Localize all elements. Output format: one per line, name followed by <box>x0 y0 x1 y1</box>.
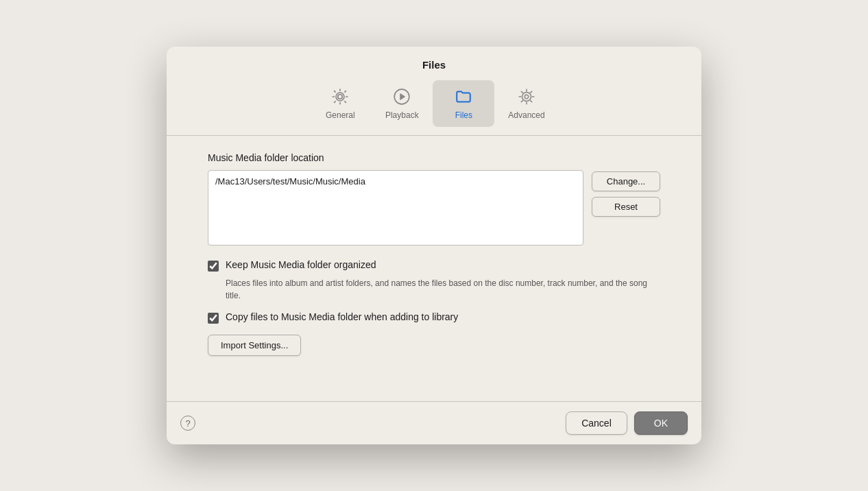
organize-checkbox[interactable] <box>208 261 219 272</box>
svg-point-0 <box>338 95 343 99</box>
toolbar: General Playback Files <box>167 71 701 127</box>
folder-path-display: /Mac13/Users/test/Music/Music/Media <box>208 170 583 246</box>
dialog-title: Files <box>167 47 701 71</box>
svg-point-1 <box>336 93 344 101</box>
copy-checkbox-row: Copy files to Music Media folder when ad… <box>208 311 660 324</box>
tab-playback[interactable]: Playback <box>371 80 433 127</box>
tab-playback-label: Playback <box>385 110 419 120</box>
organize-checkbox-row: Keep Music Media folder organized <box>208 259 660 272</box>
help-button[interactable]: ? <box>180 416 195 431</box>
tab-advanced-label: Advanced <box>508 110 544 120</box>
tab-general-label: General <box>326 110 355 120</box>
copy-checkbox-label: Copy files to Music Media folder when ad… <box>226 311 458 322</box>
tab-files[interactable]: Files <box>433 80 494 127</box>
tab-advanced[interactable]: Advanced <box>494 80 558 127</box>
organize-checkbox-label: Keep Music Media folder organized <box>226 259 376 270</box>
gear-icon <box>330 87 350 106</box>
import-settings-button[interactable]: Import Settings... <box>208 335 301 356</box>
folder-row: /Mac13/Users/test/Music/Music/Media Chan… <box>208 170 660 246</box>
reset-button[interactable]: Reset <box>592 197 660 217</box>
svg-marker-3 <box>400 94 405 100</box>
bottom-bar: ? Cancel OK <box>167 401 701 444</box>
ok-button[interactable]: OK <box>634 411 688 435</box>
play-icon <box>392 87 411 106</box>
dialog: Files General Playback <box>167 47 701 444</box>
section-label: Music Media folder location <box>208 152 660 163</box>
change-button[interactable]: Change... <box>592 171 660 191</box>
bottom-right-buttons: Cancel OK <box>566 411 688 435</box>
tab-general[interactable]: General <box>309 80 371 127</box>
folder-buttons: Change... Reset <box>592 170 660 217</box>
copy-checkbox[interactable] <box>208 313 219 324</box>
organize-desc: Places files into album and artist folde… <box>226 277 660 302</box>
tab-files-label: Files <box>455 110 472 120</box>
content-area: Music Media folder location /Mac13/Users… <box>167 136 701 401</box>
svg-point-4 <box>525 95 528 98</box>
gear-advanced-icon <box>517 87 536 106</box>
folder-icon <box>454 87 473 106</box>
cancel-button[interactable]: Cancel <box>566 411 627 435</box>
svg-point-5 <box>522 93 531 101</box>
